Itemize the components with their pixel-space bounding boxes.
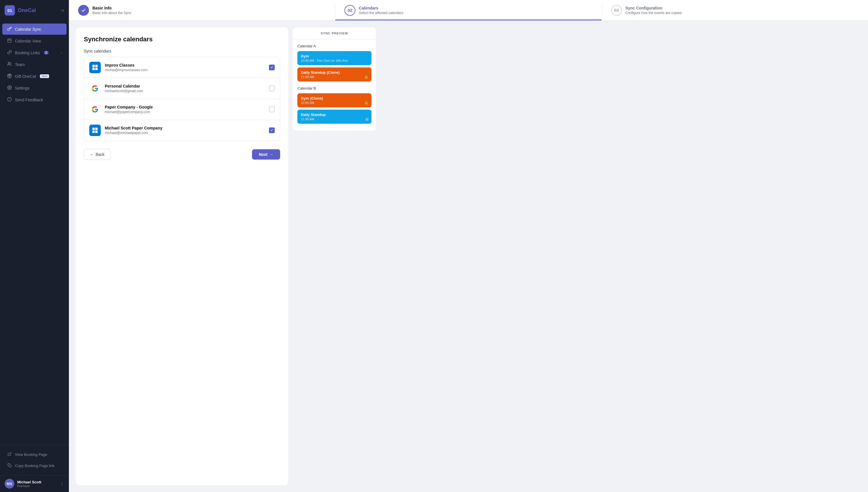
sidebar-item-gift-onecal[interactable]: Gift OneCal New (2, 71, 67, 82)
collapse-icon[interactable]: ‹‹ (61, 8, 64, 13)
preview-standup-name: Daily Standup (301, 113, 368, 117)
preview-event-gym-clone: Gym (Clone) 10:00 AM 🔒 (297, 93, 371, 107)
step-calendars[interactable]: 02 Calendars Select the affected calenda… (335, 0, 601, 20)
user-info: Michael Scott Premium (17, 480, 57, 488)
step-sync-config[interactable]: 03 Sync Configuration Configure how the … (602, 0, 868, 20)
michael-scott-paper-checkbox[interactable] (269, 127, 275, 133)
preview-standup-time: 11:00 AM (301, 117, 368, 121)
improv-classes-info: Improv Classes michal@improvclasses.com (105, 63, 265, 72)
section-label: Sync calendars (84, 49, 280, 53)
step-basic-info[interactable]: Basic Info Basic info about the Sync (69, 0, 335, 20)
sidebar-bottom: View Booking Page Copy Booking Page link (0, 445, 69, 475)
booking-links-icon (7, 50, 12, 55)
step-1-info: Basic Info Basic info about the Sync (93, 6, 131, 15)
calendar-view-icon (7, 38, 12, 44)
improv-classes-name: Improv Classes (105, 63, 265, 68)
calendar-sync-label: Calendar Sync (15, 27, 41, 31)
sidebar-item-team[interactable]: Team (2, 59, 67, 70)
step-2-circle: 02 (344, 5, 355, 16)
personal-calendar-checkbox[interactable] (269, 85, 275, 91)
sidebar-nav: Calendar Sync Calendar View Booking Link… (0, 21, 69, 445)
step-3-circle: 03 (611, 5, 622, 16)
user-avatar: MS (5, 479, 14, 489)
paper-company-google-checkbox[interactable] (269, 106, 275, 112)
preview-event-daily-standup: Daily Standup 11:00 AM ⊞ (297, 109, 371, 124)
step-2-title: Calendars (359, 6, 403, 10)
user-menu-button[interactable]: ⋮ (60, 481, 64, 487)
calendar-item-paper-company-google[interactable]: Paper Company - Google michael@papercomp… (84, 99, 280, 120)
settings-label: Settings (15, 86, 30, 91)
main-card: Synchronize calendars Sync calendars Imp… (76, 28, 288, 485)
next-arrow-icon: → (269, 152, 273, 157)
sidebar-item-calendar-view[interactable]: Calendar View (2, 35, 67, 47)
booking-links-badge: 1 (44, 51, 49, 54)
step-3-info: Sync Configuration Configure how the eve… (625, 6, 681, 15)
svg-rect-15 (93, 68, 95, 70)
svg-rect-0 (8, 39, 11, 43)
svg-rect-12 (9, 465, 11, 467)
booking-links-chevron: › (61, 51, 62, 54)
step-2-desc: Select the affected calendars (359, 11, 403, 15)
preview-gym-clone-time: 10:00 AM (301, 101, 368, 104)
calendar-sync-icon (7, 26, 12, 32)
sidebar-item-booking-links[interactable]: Booking Links 1 › (2, 47, 67, 58)
back-button[interactable]: ← Back (84, 149, 110, 160)
send-feedback-icon (7, 97, 12, 102)
preview-standup-clone-time: 11:00 AM (301, 75, 368, 79)
view-booking-page-label: View Booking Page (15, 452, 47, 457)
michael-scott-paper-info: Michael Scott Paper Company michael@mich… (105, 126, 265, 135)
svg-rect-18 (95, 128, 98, 130)
personal-calendar-name: Personal Calendar (105, 84, 265, 89)
michael-scott-paper-icon (89, 125, 101, 136)
calendar-item-personal-calendar[interactable]: Personal Calendar michaelscott@gmail.com (84, 78, 280, 99)
content-area: Synchronize calendars Sync calendars Imp… (69, 21, 868, 492)
booking-links-label: Booking Links (15, 51, 40, 55)
sync-calendars-section: Sync calendars Improv Classes michal@imp… (84, 49, 280, 141)
copy-booking-link-label: Copy Booking Page link (15, 464, 54, 468)
user-name: Michael Scott (17, 480, 57, 484)
main-content: Basic Info Basic info about the Sync 02 … (69, 0, 868, 492)
calendar-item-michael-scott-paper[interactable]: Michael Scott Paper Company michael@mich… (84, 120, 280, 141)
step-1-title: Basic Info (93, 6, 131, 10)
paper-company-google-info: Paper Company - Google michael@papercomp… (105, 105, 265, 114)
preview-calendar-a-label: Calendar A (297, 44, 371, 48)
logo-badge: 01 (5, 5, 15, 16)
sidebar-item-view-booking-page[interactable]: View Booking Page (2, 449, 67, 460)
sidebar-item-calendar-sync[interactable]: Calendar Sync (2, 24, 67, 35)
preview-calendar-b-label: Calendar B (297, 86, 371, 91)
sidebar-logo: 01 OneCal ‹‹ (0, 0, 69, 21)
sidebar-item-copy-booking-link[interactable]: Copy Booking Page link (2, 461, 67, 471)
next-label: Next (259, 152, 268, 157)
standup-clone-lock-icon: 🔒 (364, 75, 369, 79)
gift-onecal-label: Gift OneCal (15, 74, 36, 79)
back-label: Back (96, 152, 104, 157)
step-1-desc: Basic info about the Sync (93, 11, 131, 15)
team-label: Team (15, 62, 25, 67)
standup-grid-icon: ⊞ (365, 117, 369, 121)
improv-classes-icon (89, 62, 101, 73)
step-3-desc: Configure how the events are copied (625, 11, 681, 15)
svg-rect-17 (93, 128, 95, 130)
view-booking-page-icon (7, 452, 12, 457)
improv-classes-email: michal@improvclasses.com (105, 68, 265, 72)
step-3-title: Sync Configuration (625, 6, 681, 10)
sidebar-item-send-feedback[interactable]: Send Feedback (2, 94, 67, 105)
calendar-list: Improv Classes michal@improvclasses.com (84, 57, 280, 141)
sync-preview-panel: SYNC PREVIEW Calendar A Gym 10:00 AM · F… (293, 28, 376, 485)
personal-calendar-email: michaelscott@gmail.com (105, 89, 265, 93)
svg-rect-14 (95, 65, 98, 67)
sidebar-item-settings[interactable]: Settings (2, 82, 67, 94)
preview-calendar-b-section: Calendar B Gym (Clone) 10:00 AM 🔒 Daily … (297, 86, 371, 124)
michael-scott-paper-name: Michael Scott Paper Company (105, 126, 265, 130)
next-button[interactable]: Next → (252, 149, 280, 159)
paper-company-google-email: michael@papercompany.com (105, 110, 265, 114)
preview-standup-clone-name: Daily Standup (Clone) (301, 70, 368, 75)
sidebar-user: MS Michael Scott Premium ⋮ (0, 475, 69, 492)
card-title: Synchronize calendars (84, 35, 280, 43)
gift-new-badge: New (40, 74, 49, 78)
improv-classes-checkbox[interactable] (269, 65, 275, 70)
calendar-item-improv-classes[interactable]: Improv Classes michal@improvclasses.com (84, 57, 280, 78)
copy-booking-link-icon (7, 463, 12, 468)
step-1-circle (78, 5, 89, 16)
personal-calendar-info: Personal Calendar michaelscott@gmail.com (105, 84, 265, 93)
